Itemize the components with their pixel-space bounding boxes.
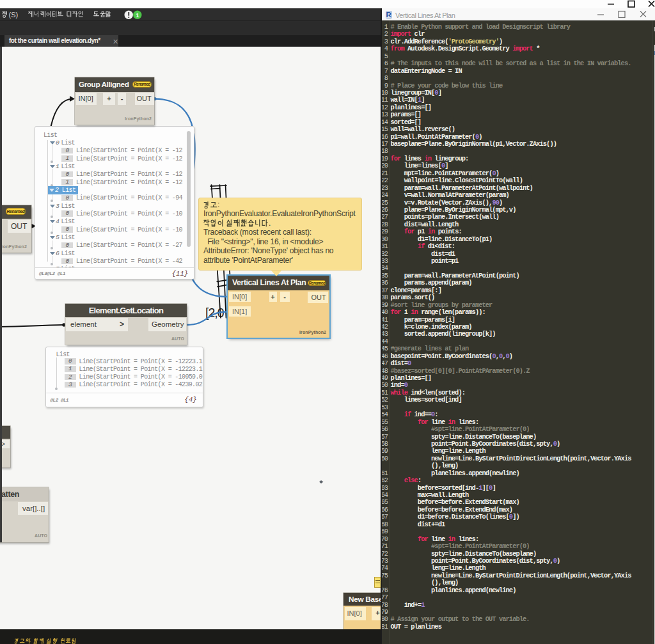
svg-text:1: 1 — [136, 12, 139, 19]
